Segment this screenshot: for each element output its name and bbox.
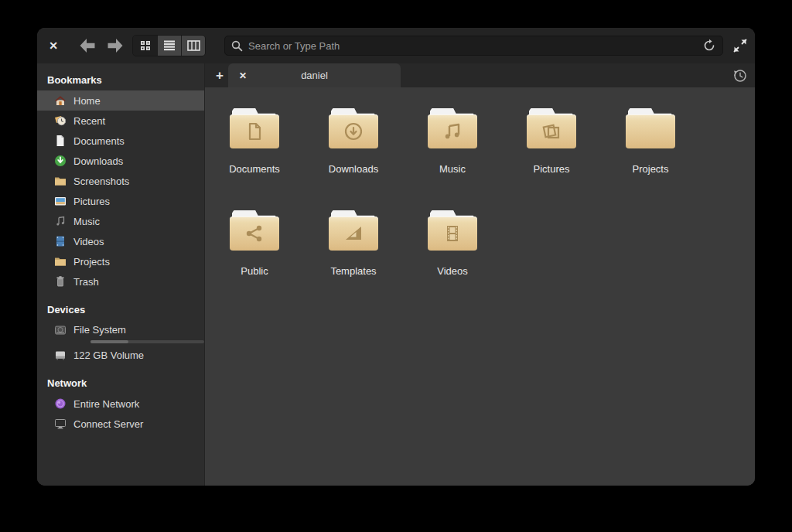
sidebar-item-label: File System (73, 323, 126, 337)
home-icon (54, 94, 67, 107)
folder-label: Projects (633, 163, 669, 175)
sidebar-item-music[interactable]: Music (37, 211, 204, 231)
sidebar-item-volume[interactable]: 122 GB Volume (37, 345, 204, 365)
sidebar-item-label: Home (73, 95, 101, 107)
folder-downloads-icon (329, 108, 378, 148)
sidebar-item-connect-server[interactable]: Connect Server (37, 414, 204, 434)
folder-icon (54, 175, 67, 187)
column-view-icon (187, 40, 200, 51)
server-monitor-icon (54, 418, 67, 430)
folder-documents-icon (230, 108, 279, 148)
folder-label: Public (241, 265, 268, 277)
view-columns-button[interactable] (181, 36, 205, 56)
download-icon (54, 155, 67, 167)
film-icon (54, 235, 67, 247)
drive-icon (54, 349, 67, 361)
sidebar-item-file-system[interactable]: File System (37, 320, 204, 345)
sidebar-item-home[interactable]: Home (37, 90, 204, 111)
back-button[interactable] (79, 38, 96, 53)
sidebar-item-label: Screenshots (73, 176, 129, 187)
folder-item-videos[interactable]: Videos (403, 210, 502, 312)
hard-drive-icon (54, 324, 67, 336)
sidebar: Bookmarks Home (37, 63, 205, 486)
tab-close-icon[interactable]: ✕ (239, 70, 250, 81)
folder-projects-icon (626, 108, 675, 148)
download-emblem-icon (343, 121, 364, 142)
sidebar-item-label: Projects (73, 256, 110, 268)
sidebar-section-network: Network (37, 373, 204, 394)
file-system-usage-fill (90, 340, 128, 343)
sidebar-item-projects[interactable]: Projects (37, 251, 204, 271)
document-emblem-icon (244, 121, 265, 142)
search-bar[interactable] (224, 36, 723, 56)
sidebar-item-trash[interactable]: Trash (37, 271, 204, 292)
arrow-left-icon (79, 38, 96, 53)
film-strip-emblem-icon (442, 223, 463, 244)
sidebar-item-videos[interactable]: Videos (37, 231, 204, 251)
fullscreen-button[interactable] (732, 37, 749, 54)
folder-label: Videos (437, 265, 468, 277)
view-switcher (132, 35, 206, 56)
sidebar-item-label: 122 GB Volume (73, 350, 144, 361)
history-button[interactable] (732, 68, 747, 83)
document-icon (54, 135, 67, 147)
folder-item-templates[interactable]: Templates (304, 210, 403, 312)
list-view-icon (163, 40, 176, 51)
view-list-button[interactable] (157, 36, 181, 56)
recent-clock-icon (54, 114, 67, 127)
search-input[interactable] (248, 40, 702, 52)
file-manager-window: ✕ (37, 28, 755, 486)
refresh-button[interactable] (702, 39, 716, 53)
sidebar-item-documents[interactable]: Documents (37, 131, 204, 151)
file-view[interactable]: Documents Downloads (205, 87, 755, 486)
sidebar-item-pictures[interactable]: Pictures (37, 191, 204, 211)
sidebar-item-recent[interactable]: Recent (37, 111, 204, 131)
tab-bar: + ✕ daniel (205, 63, 755, 87)
view-grid-button[interactable] (133, 36, 157, 56)
arrow-right-icon (107, 38, 124, 53)
sidebar-item-entire-network[interactable]: Entire Network (37, 394, 204, 414)
sidebar-item-downloads[interactable]: Downloads (37, 151, 204, 171)
history-clock-icon (732, 68, 747, 83)
sidebar-item-label: Music (73, 216, 100, 227)
pictures-emblem-icon (541, 121, 562, 142)
network-globe-icon (54, 397, 67, 410)
sidebar-item-label: Entire Network (73, 398, 139, 410)
sidebar-item-label: Pictures (73, 196, 110, 207)
sidebar-section-bookmarks: Bookmarks (37, 70, 204, 90)
folder-label: Documents (229, 163, 280, 175)
sidebar-item-label: Downloads (73, 155, 123, 167)
music-note-icon (54, 215, 67, 227)
window-close-button[interactable]: ✕ (46, 39, 60, 53)
folder-templates-icon (329, 210, 378, 251)
toolbar: ✕ (37, 28, 755, 63)
new-tab-button[interactable]: + (210, 63, 230, 87)
folder-label: Templates (330, 265, 376, 277)
expand-icon (732, 37, 749, 54)
trash-can-icon (54, 275, 67, 288)
forward-button[interactable] (107, 38, 124, 53)
sidebar-item-label: Documents (73, 135, 125, 147)
folder-icon (54, 255, 67, 268)
tab-daniel[interactable]: ✕ daniel (228, 63, 401, 87)
folder-pictures-icon (527, 108, 576, 148)
triangle-ruler-emblem-icon (343, 223, 364, 244)
sidebar-section-devices: Devices (37, 299, 204, 320)
sidebar-item-label: Trash (73, 276, 99, 288)
sidebar-item-screenshots[interactable]: Screenshots (37, 171, 204, 191)
folder-item-projects[interactable]: Projects (601, 108, 700, 210)
folder-item-music[interactable]: Music (403, 108, 502, 210)
folder-item-pictures[interactable]: Pictures (502, 108, 601, 210)
folder-item-documents[interactable]: Documents (205, 108, 304, 210)
sidebar-item-label: Recent (73, 115, 105, 127)
sidebar-item-label: Connect Server (73, 418, 143, 430)
folder-label: Downloads (329, 163, 378, 175)
sidebar-item-label: Videos (73, 236, 104, 247)
folder-label: Pictures (534, 163, 570, 175)
folder-videos-icon (428, 210, 477, 251)
folder-public-icon (230, 210, 279, 251)
folder-item-downloads[interactable]: Downloads (304, 108, 403, 210)
folder-item-public[interactable]: Public (205, 210, 304, 312)
music-emblem-icon (442, 121, 463, 142)
tab-title: daniel (250, 70, 379, 81)
